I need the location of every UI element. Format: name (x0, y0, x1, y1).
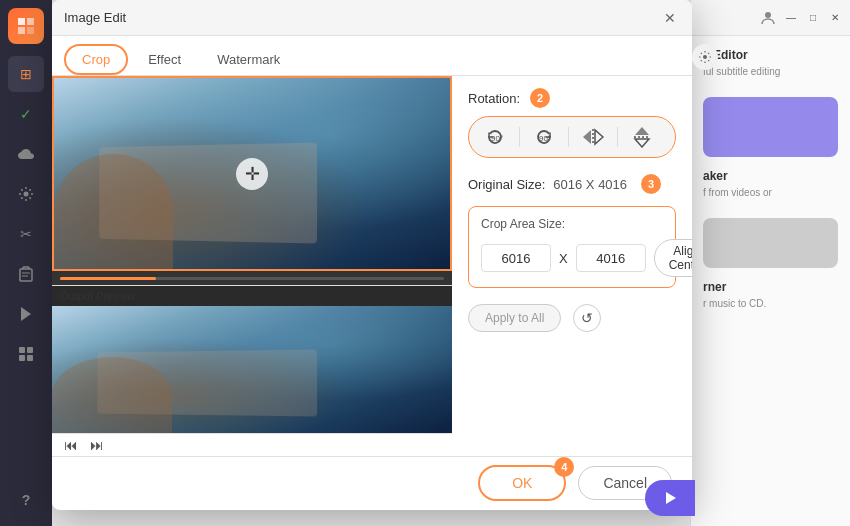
crop-area-label: Crop Area Size: (481, 217, 663, 231)
settings-icon[interactable] (692, 44, 718, 70)
action-icon (662, 490, 678, 506)
controls-area: Rotation: 2 90° 90° (452, 76, 692, 456)
close-app-button[interactable]: ✕ (828, 11, 842, 25)
sidebar-item-scissors[interactable]: ✂ (8, 216, 44, 252)
svg-point-14 (703, 55, 707, 59)
align-center-button[interactable]: Align Center (654, 239, 692, 277)
prev-frame-button[interactable]: ⏮ (64, 437, 78, 453)
sidebar-item-help[interactable]: ? (8, 482, 44, 518)
crop-x-separator: X (559, 251, 568, 266)
svg-rect-9 (19, 347, 25, 353)
rotate-right-button[interactable]: 90° (526, 121, 562, 153)
apply-row: Apply to All ↺ (468, 304, 676, 332)
sidebar-item-cloud[interactable] (8, 136, 44, 172)
editor-sub: ful subtitle editing (703, 66, 838, 77)
purple-action-button[interactable] (645, 480, 695, 516)
dialog-close-button[interactable]: ✕ (660, 8, 680, 28)
svg-rect-12 (27, 355, 33, 361)
crop-width-input[interactable] (481, 244, 551, 272)
editor-title: e Editor (703, 48, 838, 62)
output-preview-image (52, 306, 452, 433)
rotation-label: Rotation: 2 (468, 88, 676, 108)
svg-marker-8 (21, 307, 31, 321)
maker-section: aker f from videos or (703, 169, 838, 198)
main-preview: ✛ (52, 76, 452, 271)
svg-point-13 (765, 12, 771, 18)
flip-horizontal-button[interactable] (575, 121, 611, 153)
reset-icon: ↺ (581, 310, 593, 326)
sidebar-item-home[interactable]: ⊞ (8, 56, 44, 92)
flip-vertical-button[interactable] (624, 121, 660, 153)
sidebar-item-play[interactable] (8, 296, 44, 332)
burner-sub: r music to CD. (703, 298, 838, 309)
timeline-progress (60, 277, 156, 280)
original-size-row: Original Size: 6016 X 4016 3 (468, 174, 676, 194)
tab-watermark[interactable]: Watermark (201, 44, 296, 75)
dialog-footer: OK 4 Cancel (52, 456, 692, 508)
timeline (52, 271, 452, 285)
ok-button-wrapper: OK 4 (478, 465, 566, 501)
tab-effect[interactable]: Effect (132, 44, 197, 75)
sidebar-item-clipboard[interactable] (8, 256, 44, 292)
svg-rect-0 (18, 18, 25, 25)
dialog-body: ✛ Output Preview ⏮ (52, 76, 692, 456)
rotate-left-button[interactable]: 90° (477, 121, 513, 153)
output-preview-label: Output Preview (52, 285, 452, 306)
right-panel: — □ ✕ e Editor ful subtitle editing aker… (690, 0, 850, 526)
flip-vertical-icon (633, 126, 651, 148)
apply-all-button[interactable]: Apply to All (468, 304, 561, 332)
svg-rect-2 (18, 27, 25, 34)
svg-rect-5 (20, 269, 32, 281)
crop-area-box: Crop Area Size: X Align Center (468, 206, 676, 288)
output-preview (52, 306, 452, 433)
prev-icon: ⏮ (64, 437, 78, 453)
sidebar: ⊞ ✓ ✂ (0, 0, 52, 526)
next-frame-button[interactable]: ⏭ (90, 437, 104, 453)
dialog-header: Image Edit ✕ (52, 0, 692, 36)
tab-crop[interactable]: Crop (64, 44, 128, 75)
editor-promo[interactable] (703, 97, 838, 157)
ok-button[interactable]: OK (478, 465, 566, 501)
sidebar-item-tools[interactable] (8, 176, 44, 212)
burner-section: rner r music to CD. (703, 280, 838, 309)
maximize-button[interactable]: □ (806, 11, 820, 25)
playback-controls: ⏮ ⏭ (52, 433, 452, 456)
sidebar-item-grid[interactable] (8, 336, 44, 372)
ok-step-badge: 4 (554, 457, 574, 477)
crop-size-row: X Align Center (481, 239, 663, 277)
svg-marker-19 (666, 492, 676, 504)
user-icon (760, 10, 776, 26)
svg-rect-1 (27, 18, 34, 25)
flip-horizontal-icon (582, 128, 604, 146)
svg-rect-3 (27, 27, 34, 34)
burner-title: rner (703, 280, 838, 294)
svg-rect-10 (27, 347, 33, 353)
minimize-button[interactable]: — (784, 11, 798, 25)
rotate-right-icon: 90° (534, 127, 554, 147)
maker-sub: f from videos or (703, 187, 838, 198)
divider-2 (568, 127, 569, 147)
right-panel-header: — □ ✕ (691, 0, 850, 36)
editor-section: e Editor ful subtitle editing (703, 48, 838, 77)
divider-1 (519, 127, 520, 147)
original-size-value: 6016 X 4016 (553, 177, 627, 192)
crop-height-input[interactable] (576, 244, 646, 272)
reset-button[interactable]: ↺ (573, 304, 601, 332)
original-size-label: Original Size: (468, 177, 545, 192)
sidebar-item-check[interactable]: ✓ (8, 96, 44, 132)
crop-cursor-icon: ✛ (236, 158, 268, 190)
svg-point-4 (24, 192, 29, 197)
original-size-step-badge: 3 (641, 174, 661, 194)
rotation-controls: 90° 90° (468, 116, 676, 158)
divider-3 (617, 127, 618, 147)
dialog-title: Image Edit (64, 10, 126, 25)
preview-area: ✛ Output Preview ⏮ (52, 76, 452, 456)
dialog-tabs: Crop Effect Watermark (52, 36, 692, 76)
svg-text:90°: 90° (491, 134, 503, 143)
right-panel-content: e Editor ful subtitle editing aker f fro… (691, 36, 850, 341)
svg-rect-11 (19, 355, 25, 361)
maker-promo[interactable] (703, 218, 838, 268)
next-icon: ⏭ (90, 437, 104, 453)
timeline-track[interactable] (60, 277, 444, 280)
app-logo (8, 8, 44, 44)
